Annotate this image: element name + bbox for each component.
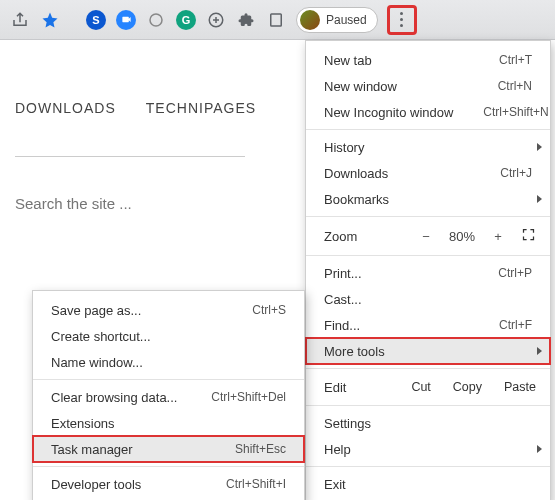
- extensions-puzzle-icon[interactable]: [236, 10, 256, 30]
- chevron-right-icon: [537, 195, 542, 203]
- menu-settings[interactable]: Settings: [306, 410, 550, 436]
- extension-camera-icon[interactable]: [116, 10, 136, 30]
- menu-more-tools[interactable]: More tools: [306, 338, 550, 364]
- extension-plus-icon[interactable]: [206, 10, 226, 30]
- edit-copy[interactable]: Copy: [453, 380, 482, 394]
- reading-list-icon[interactable]: [266, 10, 286, 30]
- avatar: [300, 10, 320, 30]
- nav-downloads[interactable]: DOWNLOADS: [15, 100, 116, 116]
- menu-exit[interactable]: Exit: [306, 471, 550, 497]
- search-input[interactable]: [15, 187, 245, 220]
- kebab-icon: [400, 12, 403, 27]
- chevron-right-icon: [537, 347, 542, 355]
- submenu-task-manager[interactable]: Task managerShift+Esc: [33, 436, 304, 462]
- bookmark-star-icon[interactable]: [40, 10, 60, 30]
- extension-s-icon[interactable]: S: [86, 10, 106, 30]
- browser-toolbar: S G Paused: [0, 0, 555, 40]
- chrome-main-menu: New tabCtrl+T New windowCtrl+N New Incog…: [305, 40, 551, 500]
- profile-paused-pill[interactable]: Paused: [296, 7, 378, 33]
- menu-edit-row: Edit Cut Copy Paste: [306, 373, 550, 401]
- menu-help[interactable]: Help: [306, 436, 550, 462]
- submenu-extensions[interactable]: Extensions: [33, 410, 304, 436]
- extension-circle-icon[interactable]: [146, 10, 166, 30]
- menu-new-incognito[interactable]: New Incognito windowCtrl+Shift+N: [306, 99, 550, 125]
- chrome-menu-button[interactable]: [388, 6, 416, 34]
- menu-find[interactable]: Find...Ctrl+F: [306, 312, 550, 338]
- chevron-right-icon: [537, 143, 542, 151]
- submenu-save-page-as[interactable]: Save page as...Ctrl+S: [33, 297, 304, 323]
- menu-print[interactable]: Print...Ctrl+P: [306, 260, 550, 286]
- menu-history[interactable]: History: [306, 134, 550, 160]
- edit-paste[interactable]: Paste: [504, 380, 536, 394]
- menu-zoom-row: Zoom − 80% +: [306, 221, 550, 251]
- submenu-create-shortcut[interactable]: Create shortcut...: [33, 323, 304, 349]
- menu-new-tab[interactable]: New tabCtrl+T: [306, 47, 550, 73]
- chevron-right-icon: [537, 445, 542, 453]
- submenu-clear-browsing-data[interactable]: Clear browsing data...Ctrl+Shift+Del: [33, 384, 304, 410]
- menu-bookmarks[interactable]: Bookmarks: [306, 186, 550, 212]
- share-icon[interactable]: [10, 10, 30, 30]
- zoom-value: 80%: [449, 229, 475, 244]
- menu-cast[interactable]: Cast...: [306, 286, 550, 312]
- edit-label: Edit: [324, 380, 346, 395]
- extension-g-icon[interactable]: G: [176, 10, 196, 30]
- svg-rect-2: [271, 14, 282, 26]
- zoom-label: Zoom: [324, 229, 357, 244]
- submenu-developer-tools[interactable]: Developer toolsCtrl+Shift+I: [33, 471, 304, 497]
- zoom-in-button[interactable]: +: [489, 229, 507, 244]
- menu-new-window[interactable]: New windowCtrl+N: [306, 73, 550, 99]
- paused-label: Paused: [326, 13, 367, 27]
- menu-downloads[interactable]: DownloadsCtrl+J: [306, 160, 550, 186]
- fullscreen-icon[interactable]: [521, 227, 536, 245]
- submenu-name-window[interactable]: Name window...: [33, 349, 304, 375]
- nav-technipages[interactable]: TECHNIPAGES: [146, 100, 256, 116]
- zoom-out-button[interactable]: −: [417, 229, 435, 244]
- svg-point-0: [150, 14, 162, 26]
- edit-cut[interactable]: Cut: [411, 380, 430, 394]
- more-tools-submenu: Save page as...Ctrl+S Create shortcut...…: [32, 290, 305, 500]
